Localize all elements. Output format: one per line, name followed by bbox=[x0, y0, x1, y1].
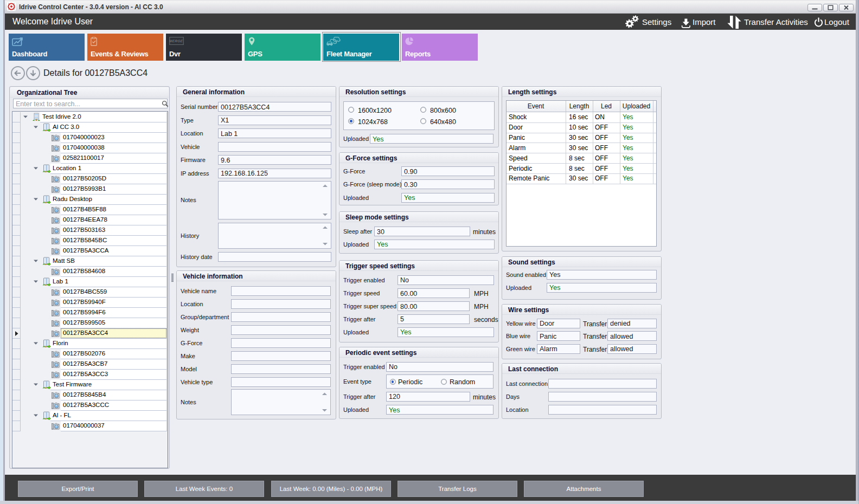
svg-text:MERGE: MERGE bbox=[169, 39, 183, 43]
